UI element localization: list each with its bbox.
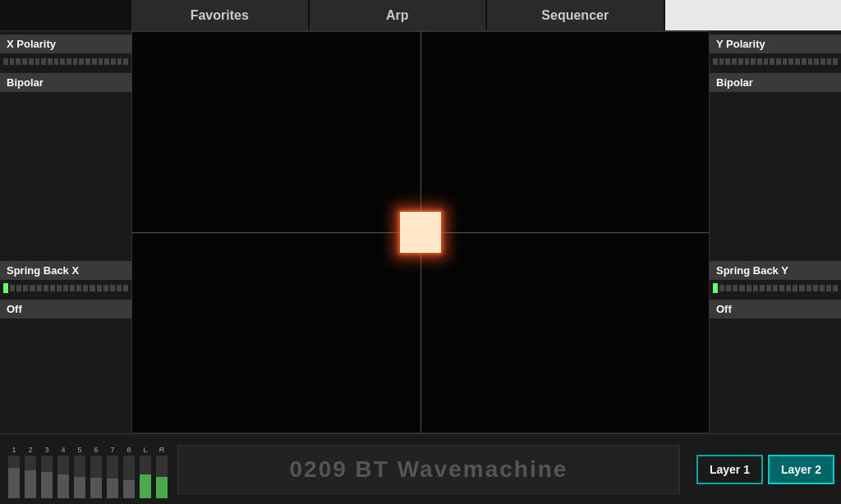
channel-1-fader[interactable] <box>8 456 20 498</box>
channel-2: 2 <box>23 446 38 498</box>
preset-name: 0209 BT Wavemachine <box>290 456 568 483</box>
bipolar-right-label[interactable]: Bipolar <box>710 73 841 92</box>
tab-empty[interactable] <box>665 0 842 30</box>
y-polarity-slider[interactable] <box>710 55 841 68</box>
channel-6-fader[interactable] <box>90 456 102 498</box>
channel-8: 8 <box>122 446 136 498</box>
bottom-bar: 1 2 3 4 5 <box>0 433 841 504</box>
spring-back-x-label: Spring Back X <box>0 261 131 280</box>
channel-5: 5 <box>72 446 87 498</box>
tab-sequencer[interactable]: Sequencer <box>487 0 665 30</box>
channel-6: 6 <box>89 446 103 498</box>
xy-pad[interactable] <box>131 31 710 433</box>
nav-spacer <box>0 0 131 30</box>
x-polarity-slider[interactable] <box>0 55 131 68</box>
right-panel: Y Polarity Bipolar Spring Back Y <box>710 31 841 433</box>
channel-1: 1 <box>7 446 21 498</box>
channel-4-fader[interactable] <box>57 456 69 498</box>
preset-display: 0209 BT Wavemachine <box>177 445 680 494</box>
off-right-label: Off <box>710 300 841 318</box>
channel-5-fader[interactable] <box>74 456 85 498</box>
x-polarity-ticks <box>3 58 128 65</box>
tab-arp[interactable]: Arp <box>310 0 488 30</box>
channel-strips: 1 2 3 4 5 <box>7 441 169 498</box>
right-spacer-bottom <box>710 318 841 433</box>
top-nav-bar: Favorites Arp Sequencer <box>0 0 841 31</box>
spring-back-x-slider[interactable] <box>0 282 131 295</box>
main-area: X Polarity Bipolar Spring Back X <box>0 31 841 433</box>
channel-7: 7 <box>105 446 120 498</box>
x-polarity-label: X Polarity <box>0 34 131 53</box>
channel-4: 4 <box>56 446 71 498</box>
left-spacer-bottom <box>0 318 131 433</box>
left-spacer-top <box>0 92 131 258</box>
left-panel: X Polarity Bipolar Spring Back X <box>0 31 131 433</box>
bipolar-left-label[interactable]: Bipolar <box>0 73 131 92</box>
spring-back-y-ticks <box>713 283 838 293</box>
xy-cursor <box>400 212 441 253</box>
channel-R: R <box>154 446 169 498</box>
channel-3-fader[interactable] <box>41 456 53 498</box>
spring-back-y-slider[interactable] <box>710 282 841 295</box>
spring-back-y-label: Spring Back Y <box>710 261 841 280</box>
channel-R-fader[interactable] <box>156 456 168 498</box>
spring-back-x-ticks <box>3 283 128 293</box>
layer-2-button[interactable]: Layer 2 <box>768 455 834 484</box>
layer-buttons: Layer 1 Layer 2 <box>696 455 834 484</box>
tab-favorites[interactable]: Favorites <box>131 0 310 30</box>
y-polarity-label: Y Polarity <box>710 34 841 53</box>
channel-L: L <box>138 446 153 498</box>
channel-2-fader[interactable] <box>25 456 36 498</box>
off-left-label: Off <box>0 300 131 318</box>
layer-1-button[interactable]: Layer 1 <box>696 455 763 484</box>
channel-8-fader[interactable] <box>123 456 135 498</box>
channel-L-fader[interactable] <box>140 456 151 498</box>
right-spacer-top <box>710 92 841 258</box>
y-polarity-ticks <box>713 58 838 65</box>
channel-7-fader[interactable] <box>107 456 118 498</box>
channel-3: 3 <box>39 446 54 498</box>
